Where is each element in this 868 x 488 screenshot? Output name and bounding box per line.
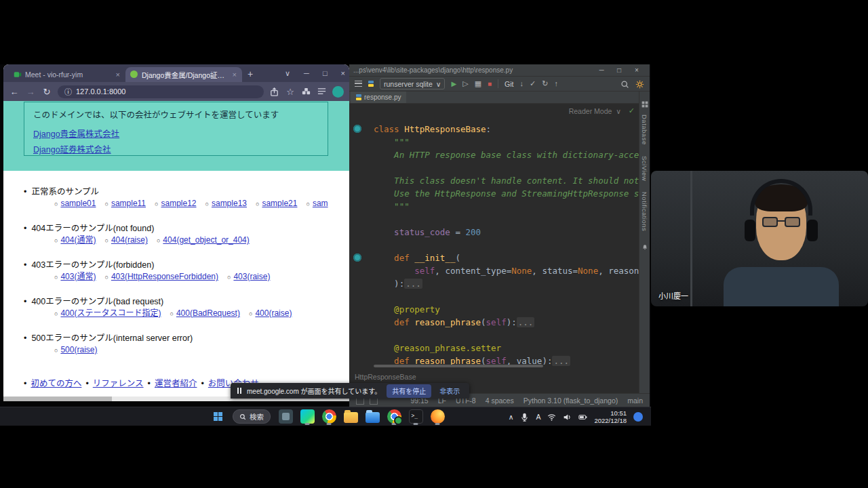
stop-button[interactable]: ■ — [488, 81, 492, 87]
chrome-meet-taskbar-icon[interactable] — [385, 408, 403, 426]
share-icon[interactable] — [269, 87, 279, 97]
close-tab-icon[interactable]: × — [115, 70, 121, 79]
tab-search-icon[interactable]: ∨ — [285, 69, 290, 78]
site-favicon — [130, 70, 138, 79]
page-link[interactable]: sample01 — [60, 199, 96, 208]
ide-maximize-icon[interactable]: □ — [610, 66, 628, 74]
close-icon[interactable]: × — [341, 69, 345, 77]
maximize-icon[interactable]: □ — [323, 69, 328, 77]
tool-tab-database[interactable]: Database — [641, 115, 648, 145]
start-button[interactable] — [209, 408, 226, 426]
stop-sharing-button[interactable]: 共有を停止 — [387, 384, 431, 398]
notification-badge[interactable] — [633, 412, 643, 422]
tab-title: Django貴金属/Django証券の会社 — [142, 70, 229, 80]
coverage-button[interactable]: ▦ — [475, 80, 481, 87]
page-link[interactable]: sample13 — [212, 199, 247, 208]
footer-link[interactable]: 運営者紹介 — [155, 379, 197, 388]
status-item[interactable]: Python 3.10 (flask_to_django) — [524, 396, 618, 405]
git-commit-icon[interactable]: ✓ — [530, 80, 536, 87]
editor-hscrollbar[interactable] — [374, 365, 543, 367]
company-banner-box: このドメインでは、以下の会社がウェブサイトを運営しています Django貴金属株… — [24, 102, 328, 156]
page-link[interactable]: sample11 — [111, 199, 146, 208]
breadcrumb[interactable]: HttpResponseBase — [355, 373, 416, 381]
page-link[interactable]: 500(raise) — [60, 345, 97, 354]
battery-icon[interactable] — [578, 412, 587, 421]
sharing-icon — [237, 388, 241, 394]
editor-tab[interactable]: response.py — [351, 92, 406, 103]
profile-avatar[interactable] — [332, 86, 344, 98]
page-link[interactable]: 404(通常) — [60, 235, 96, 245]
footer-link[interactable]: 初めての方へ — [31, 379, 81, 388]
run-button[interactable]: ▶ — [451, 81, 456, 87]
browser-window: Meet - vio-rfur-yim × Django貴金属/Django証券… — [3, 64, 349, 401]
tool-tab-sciview[interactable]: SciView — [641, 156, 648, 181]
company-link[interactable]: Django証券株式会社 — [33, 142, 319, 155]
window-app-taskbar-icon[interactable] — [277, 408, 294, 426]
volume-icon[interactable] — [563, 412, 572, 421]
wifi-icon[interactable] — [547, 412, 556, 421]
git-label[interactable]: Git — [505, 80, 513, 88]
page-link[interactable]: 404(raise) — [111, 235, 148, 245]
footer-link[interactable]: リファレンス — [93, 379, 144, 388]
reload-button[interactable]: ↻ — [41, 87, 52, 97]
git-push-icon[interactable]: ↑ — [554, 80, 558, 87]
tray-chevron-up-icon[interactable]: ∧ — [509, 413, 514, 421]
code-editor[interactable]: Reader Mode ∨ ✓ class HttpResponseBase: … — [349, 104, 639, 371]
run-config-select[interactable]: runserver sqlite ∨ — [380, 78, 445, 89]
meet-stage: Meet - vio-rfur-yim × Django貴金属/Django証券… — [0, 0, 868, 488]
settings-gear-icon[interactable] — [635, 79, 644, 88]
page-link[interactable]: 403(通常) — [60, 272, 96, 281]
tool-tab-notifications[interactable]: Notifications — [641, 192, 648, 231]
page-link[interactable]: sample12 — [161, 199, 196, 208]
status-item[interactable]: 4 spaces — [486, 396, 514, 405]
grid-tool-icon[interactable] — [642, 98, 648, 105]
taskbar-clock[interactable]: 10:51 2022/12/18 — [594, 409, 627, 424]
microphone-icon[interactable] — [520, 412, 529, 421]
terminal-taskbar-icon[interactable] — [407, 408, 425, 426]
git-update-icon[interactable]: ↓ — [520, 80, 524, 87]
search-everywhere-icon[interactable] — [620, 79, 629, 88]
firefox-taskbar-icon[interactable] — [429, 408, 446, 426]
taskbar: 検索 ∧ A 10:51 — [0, 407, 651, 426]
new-tab-button[interactable]: + — [248, 68, 253, 79]
page-link[interactable]: 400(raise) — [255, 308, 292, 318]
ide-minimize-icon[interactable]: ─ — [593, 66, 610, 74]
browser-tab-meet[interactable]: Meet - vio-rfur-yim × — [9, 67, 125, 82]
page-link[interactable]: sample21 — [262, 199, 297, 208]
ime-indicator[interactable]: A — [536, 413, 540, 421]
gutter-icon[interactable] — [353, 125, 361, 133]
reading-list-icon[interactable] — [317, 87, 327, 97]
page-link[interactable]: 403(HttpResponseForbidden) — [111, 272, 218, 281]
close-tab-icon[interactable]: × — [232, 70, 237, 79]
status-item[interactable]: main — [627, 396, 643, 405]
page-link[interactable]: sam — [313, 199, 328, 208]
debug-button[interactable]: ▷ — [462, 80, 468, 87]
taskbar-search[interactable]: 検索 — [233, 409, 271, 424]
page-link[interactable]: 400(ステータスコード指定) — [60, 308, 161, 318]
chrome-taskbar-icon[interactable] — [320, 408, 338, 426]
inspections-ok-icon[interactable]: ✓ — [629, 106, 635, 115]
explorer-taskbar-icon[interactable] — [363, 408, 381, 426]
forward-button[interactable]: → — [25, 87, 36, 97]
pycharm-taskbar-icon[interactable] — [298, 408, 316, 426]
page-link[interactable]: 403(raise) — [233, 272, 270, 281]
minimize-icon[interactable]: ─ — [304, 69, 309, 77]
address-bar[interactable]: ⓘ 127.0.0.1:8000 — [58, 85, 264, 98]
site-info-icon[interactable]: ⓘ — [64, 86, 72, 97]
back-button[interactable]: ← — [9, 87, 20, 97]
browser-tab-django[interactable]: Django貴金属/Django証券の会社 × — [125, 67, 242, 82]
company-link[interactable]: Django貴金属株式会社 — [33, 127, 319, 140]
main-menu-icon[interactable] — [355, 81, 362, 87]
bookmark-star-icon[interactable]: ☆ — [285, 87, 296, 97]
hide-banner-button[interactable]: 非表示 — [437, 384, 462, 397]
gutter-icon[interactable] — [353, 253, 361, 262]
notifications-bell-icon[interactable] — [642, 241, 648, 247]
page-link[interactable]: 400(BadRequest) — [176, 308, 240, 318]
page-link[interactable]: 404(get_object_or_404) — [163, 235, 249, 245]
webcam-tile[interactable]: 小川慶一 — [651, 171, 868, 306]
ide-close-icon[interactable]: × — [628, 66, 646, 74]
extensions-icon[interactable] — [301, 87, 311, 97]
folder-taskbar-icon[interactable] — [342, 408, 359, 426]
reader-mode-label[interactable]: Reader Mode ∨ — [569, 107, 621, 115]
git-refresh-icon[interactable]: ↻ — [542, 80, 548, 87]
